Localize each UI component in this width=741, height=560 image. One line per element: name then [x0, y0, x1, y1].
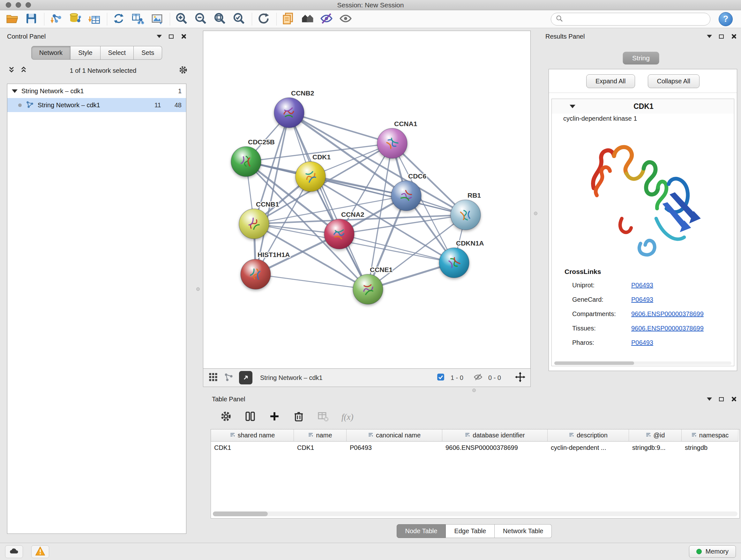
new-network-from-table-button[interactable] — [130, 11, 145, 27]
column-header[interactable]: description — [548, 429, 629, 442]
protein-description: cyclin-dependent kinase 1 — [563, 115, 734, 122]
zoom-out-button[interactable] — [193, 11, 208, 27]
network-edge[interactable] — [256, 274, 368, 289]
crosslink-value-link[interactable]: P06493 — [631, 339, 653, 347]
table-cell[interactable]: P06493 — [347, 442, 442, 455]
show-columns-icon[interactable] — [245, 411, 256, 423]
panel-menu-icon[interactable] — [157, 35, 162, 38]
sort-icon — [691, 432, 697, 439]
collapse-all-icon[interactable] — [8, 66, 15, 75]
table-cell[interactable]: stringdb — [682, 442, 738, 455]
tab-network-table[interactable]: Network Table — [495, 524, 552, 538]
table-cell[interactable]: stringdb:9... — [629, 442, 682, 455]
network-row-selected[interactable]: String Network – cdk1 11 48 — [7, 98, 186, 112]
image-icon — [151, 12, 163, 26]
panel-close-icon[interactable] — [181, 34, 186, 39]
zoom-in-button[interactable] — [174, 11, 189, 27]
import-table-icon — [88, 12, 100, 26]
column-header[interactable]: namespac — [682, 429, 738, 442]
table-cell[interactable]: cyclin-dependent ... — [548, 442, 629, 455]
tab-style[interactable]: Style — [71, 46, 100, 60]
memory-status-dot — [696, 549, 702, 554]
table-cell[interactable]: 9606.ENSP00000378699 — [442, 442, 548, 455]
selected-checkbox-icon[interactable] — [436, 373, 445, 382]
protein-section-header[interactable]: CDK1 — [552, 99, 734, 114]
table-horizontal-scrollbar[interactable] — [213, 511, 738, 516]
table-cell[interactable]: CDK1 — [294, 442, 347, 455]
panel-float-icon[interactable] — [719, 35, 724, 39]
network-edge[interactable] — [289, 113, 368, 289]
column-header[interactable]: @id — [629, 429, 682, 442]
splitter-handle[interactable] — [472, 388, 476, 392]
node-label: RB1 — [468, 192, 481, 199]
add-column-icon[interactable] — [269, 411, 280, 423]
column-header[interactable]: shared name — [211, 429, 294, 442]
export-image-button[interactable] — [149, 11, 165, 27]
crosslink-value-link[interactable]: P06493 — [631, 282, 653, 289]
open-in-new-window-button[interactable] — [239, 371, 253, 384]
grid-view-icon[interactable] — [208, 372, 218, 383]
network-edge[interactable] — [256, 113, 289, 274]
refresh-layout-button[interactable] — [256, 11, 271, 27]
hide-selected-button[interactable] — [319, 11, 334, 27]
search-input[interactable] — [566, 15, 705, 23]
column-header[interactable]: database identifier — [442, 429, 548, 442]
column-header[interactable]: name — [294, 429, 347, 442]
zoom-fit-button[interactable] — [212, 11, 227, 27]
hidden-eye-slash-icon[interactable] — [474, 373, 482, 383]
results-scrollbar[interactable] — [554, 361, 731, 365]
import-table-file-button[interactable] — [86, 11, 102, 27]
gear-icon[interactable] — [179, 65, 188, 76]
panel-close-icon[interactable] — [731, 396, 737, 402]
crosslinks-list: Uniprot:P06493GeneCard:P06493Compartment… — [552, 278, 734, 350]
table-cell[interactable]: CDK1 — [211, 442, 294, 455]
table-row[interactable]: CDK1CDK1P064939606.ENSP00000378699cyclin… — [211, 442, 739, 455]
crosslink-value-link[interactable]: 9606.ENSP00000378699 — [631, 325, 704, 332]
toolbar-separator — [44, 13, 44, 25]
panel-float-icon[interactable] — [719, 397, 724, 401]
expand-all-icon[interactable] — [20, 66, 27, 75]
collapse-all-button[interactable]: Collapse All — [648, 74, 700, 88]
tree-expand-icon[interactable] — [12, 89, 17, 93]
annotation-button[interactable] — [280, 11, 296, 27]
panel-menu-icon[interactable] — [707, 397, 712, 401]
delete-column-trash-icon[interactable] — [293, 411, 305, 423]
panel-close-icon[interactable] — [731, 34, 737, 39]
network-collection-row[interactable]: String Network – cdk1 1 — [7, 84, 186, 98]
cloud-status-button[interactable] — [5, 545, 23, 558]
network-edge[interactable] — [289, 113, 392, 143]
table-settings-gear-icon[interactable] — [220, 411, 232, 423]
section-expand-icon[interactable] — [569, 105, 576, 108]
tab-sets[interactable]: Sets — [134, 46, 162, 60]
tab-select[interactable]: Select — [100, 46, 134, 60]
tab-network[interactable]: Network — [31, 46, 71, 60]
open-session-button[interactable] — [4, 11, 20, 27]
control-panel: Control Panel NetworkStyleSelectSets 1 o… — [3, 30, 191, 540]
import-network-file-button[interactable] — [48, 11, 64, 27]
network-view[interactable]: CCNB2CCNA1CDC25BCDK1CDC6RB1CCNB1CCNA2CDK… — [203, 30, 531, 369]
import-network-database-button[interactable] — [67, 11, 83, 27]
network-overview-icon[interactable] — [224, 372, 233, 383]
expand-all-button[interactable]: Expand All — [586, 74, 635, 88]
home-button[interactable] — [300, 11, 315, 27]
node-label: CCNA2 — [341, 211, 364, 218]
memory-button[interactable]: Memory — [689, 545, 736, 558]
crosslink-value-link[interactable]: 9606.ENSP00000378699 — [631, 310, 704, 318]
clone-network-button[interactable] — [111, 11, 126, 27]
help-button[interactable]: ? — [719, 12, 733, 26]
show-all-button[interactable] — [338, 11, 353, 27]
splitter-handle[interactable] — [196, 287, 200, 291]
panel-float-icon[interactable] — [169, 35, 174, 39]
save-session-button[interactable] — [23, 11, 39, 27]
network-canvas[interactable]: CCNB2CCNA1CDC25BCDK1CDC6RB1CCNB1CCNA2CDK… — [203, 31, 530, 368]
column-header[interactable]: canonical name — [347, 429, 442, 442]
crosslink-value-link[interactable]: P06493 — [631, 296, 653, 303]
tab-edge-table[interactable]: Edge Table — [446, 524, 495, 538]
warning-button[interactable] — [31, 545, 49, 558]
zoom-selected-button[interactable] — [231, 11, 247, 27]
pan-crosshair-icon[interactable] — [515, 372, 525, 383]
string-results-tab[interactable]: String — [623, 52, 659, 64]
splitter-handle[interactable] — [534, 212, 537, 215]
tab-node-table[interactable]: Node Table — [397, 524, 446, 538]
panel-menu-icon[interactable] — [707, 35, 712, 38]
